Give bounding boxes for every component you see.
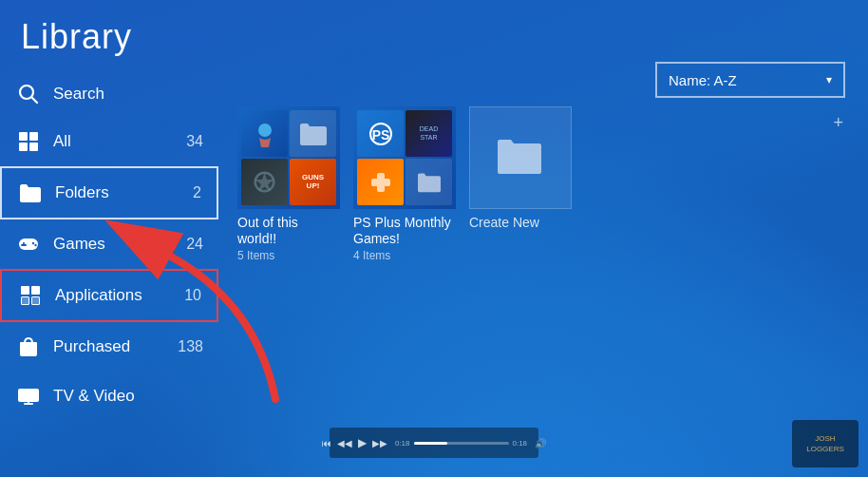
folder-card-out-of-this-world[interactable]: GUNSUP! Out of this world!! 5 Items (237, 106, 340, 262)
folder-2-name: PS Plus Monthly Games! (353, 215, 456, 247)
skip-back-icon[interactable]: ⏮ (322, 438, 331, 448)
folder-1-name: Out of this world!! (237, 215, 340, 247)
all-count: 34 (186, 133, 203, 150)
folder-thumbnail-1: GUNSUP! (237, 106, 340, 209)
svg-rect-4 (19, 143, 28, 151)
step-back-icon[interactable]: ◀◀ (337, 438, 352, 448)
svg-point-9 (32, 242, 34, 244)
svg-line-1 (32, 98, 38, 104)
step-forward-icon[interactable]: ▶▶ (372, 438, 387, 448)
svg-point-16 (258, 124, 272, 137)
progress-fill (414, 442, 447, 445)
all-label: All (53, 132, 179, 151)
sidebar-item-all[interactable]: All 34 (0, 117, 218, 166)
applications-icon (17, 282, 44, 309)
sidebar-item-search[interactable]: Search (0, 71, 218, 117)
tv-icon (15, 383, 42, 410)
games-count: 24 (186, 236, 203, 253)
svg-rect-12 (20, 342, 37, 346)
purchased-label: Purchased (53, 337, 170, 356)
applications-label: Applications (55, 286, 177, 305)
progress-track[interactable] (414, 442, 509, 445)
svg-rect-22 (371, 179, 390, 186)
sort-label: Name: A-Z (669, 72, 737, 88)
sidebar-item-purchased[interactable]: Purchased 138 (0, 322, 218, 372)
folder-2-items: 4 Items (353, 249, 456, 262)
svg-rect-3 (29, 132, 38, 141)
media-controls: ⏮ ◀◀ ▶ ▶▶ (322, 436, 387, 449)
games-label: Games (53, 235, 179, 254)
tv-video-label: TV & Video (53, 387, 203, 406)
create-new-label: Create New (469, 215, 572, 230)
folder-thumbnail-2: PS DEADSTAR (353, 106, 456, 209)
folders-grid: GUNSUP! Out of this world!! 5 Items PS (237, 106, 849, 262)
bag-icon (15, 334, 42, 360)
folder-icon (17, 180, 44, 206)
time-start: 0:18 (395, 439, 410, 448)
sidebar-item-applications[interactable]: Applications 10 (0, 269, 218, 322)
folders-count: 2 (193, 184, 201, 201)
play-icon[interactable]: ▶ (358, 436, 367, 449)
sort-dropdown[interactable]: Name: A-Z ▾ (655, 62, 845, 98)
folder-1-items: 5 Items (237, 249, 340, 262)
sidebar-item-tv-video[interactable]: TV & Video (0, 372, 218, 421)
sidebar-item-folders[interactable]: Folders 2 (0, 166, 218, 219)
applications-count: 10 (184, 287, 201, 304)
watermark: JOSHLOGGERS (792, 420, 859, 467)
svg-rect-8 (21, 244, 27, 246)
page-title: Library (21, 17, 132, 57)
purchased-count: 138 (178, 338, 203, 355)
time-end: 0:18 (513, 439, 528, 448)
svg-rect-13 (18, 389, 39, 402)
volume-icon[interactable]: 🔊 (535, 438, 546, 448)
svg-rect-15 (28, 402, 29, 404)
folder-card-psplus[interactable]: PS DEADSTAR (353, 106, 456, 262)
chevron-down-icon: ▾ (826, 73, 832, 86)
create-new-folder-card[interactable]: + Create New (469, 106, 572, 230)
svg-rect-2 (19, 132, 28, 141)
svg-text:PS: PS (371, 127, 389, 143)
sidebar: Search All 34 Folders 2 (0, 71, 218, 421)
watermark-text: JOSHLOGGERS (806, 433, 844, 454)
svg-point-10 (34, 244, 36, 246)
search-label: Search (53, 85, 203, 104)
progress-bar-area: 0:18 0:18 (395, 439, 527, 448)
svg-rect-5 (29, 143, 38, 151)
folders-label: Folders (55, 183, 185, 202)
media-player-bar[interactable]: ⏮ ◀◀ ▶ ▶▶ 0:18 0:18 🔊 (330, 428, 538, 458)
folder-plus-icon (496, 134, 545, 182)
gamepad-icon (15, 231, 42, 258)
sidebar-item-games[interactable]: Games 24 (0, 219, 218, 269)
search-icon (15, 81, 42, 107)
grid-icon (15, 128, 42, 155)
create-new-thumbnail: + (469, 106, 572, 209)
